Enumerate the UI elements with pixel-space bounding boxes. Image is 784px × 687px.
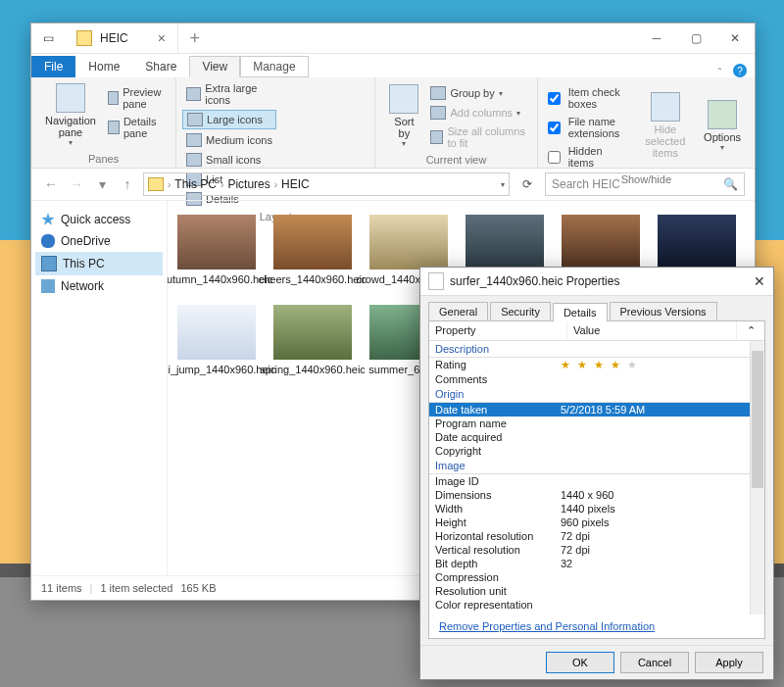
property-row[interactable]: Dimensions1440 x 960 xyxy=(429,488,764,502)
property-value xyxy=(561,585,759,597)
file-item[interactable]: autumn_1440x960.heic xyxy=(177,215,256,285)
item-check-boxes-toggle[interactable]: Item check boxes xyxy=(544,84,635,112)
sort-by-button[interactable]: Sort by▾ xyxy=(381,79,426,152)
selection-size: 165 KB xyxy=(180,582,216,594)
property-value xyxy=(561,417,759,429)
remove-properties-link[interactable]: Remove Properties and Personal Informati… xyxy=(429,614,764,638)
sidebar-item[interactable]: This PC xyxy=(35,252,163,275)
property-name: Rating xyxy=(435,359,561,371)
details-header: Property Value ⌃ xyxy=(429,321,764,341)
col-property[interactable]: Property xyxy=(429,321,567,340)
property-value: 960 pixels xyxy=(561,516,759,528)
thumbnail xyxy=(273,215,352,270)
large-icons-button[interactable]: Large icons xyxy=(182,110,276,129)
sidebar-icon xyxy=(41,279,55,293)
selection-count: 1 item selected xyxy=(100,582,172,594)
search-input[interactable]: Search HEIC🔍 xyxy=(545,172,745,196)
system-icon[interactable]: ▭ xyxy=(31,31,65,45)
tab-details[interactable]: Details xyxy=(553,303,608,321)
apply-button[interactable]: Apply xyxy=(695,652,763,673)
group-by-button[interactable]: Group by ▾ xyxy=(426,84,530,102)
dialog-close-button[interactable]: ✕ xyxy=(754,273,765,289)
size-all-columns-button[interactable]: Size all columns to fit xyxy=(426,123,530,151)
extra-large-icons-button[interactable]: Extra large icons xyxy=(182,80,284,108)
add-columns-button[interactable]: Add columns ▾ xyxy=(426,104,530,122)
file-name-extensions-toggle[interactable]: File name extensions xyxy=(544,114,635,141)
close-button[interactable]: ✕ xyxy=(715,24,755,53)
property-name: Copyright xyxy=(435,445,561,457)
property-row[interactable]: Height960 pixels xyxy=(429,515,764,529)
file-menu[interactable]: File xyxy=(31,56,75,77)
item-count: 11 items xyxy=(41,582,82,594)
collapse-ribbon-icon[interactable]: ⌃ xyxy=(716,67,723,75)
property-row[interactable]: Comments xyxy=(429,372,764,386)
property-row[interactable]: Color representation xyxy=(429,598,764,612)
file-name: cheers_1440x960.heic xyxy=(259,273,368,285)
tab-home[interactable]: Home xyxy=(75,56,132,77)
property-row[interactable]: Rating★ ★ ★ ★ ★ xyxy=(429,358,764,372)
tab-close-icon[interactable]: × xyxy=(158,30,166,46)
breadcrumb-part[interactable]: This PC xyxy=(174,177,217,191)
breadcrumb-history-icon[interactable]: ▾ xyxy=(501,180,505,189)
forward-button[interactable]: → xyxy=(67,176,86,192)
col-value[interactable]: Value xyxy=(567,321,736,340)
breadcrumb-part[interactable]: HEIC xyxy=(281,177,310,191)
scroll-up-icon[interactable]: ⌃ xyxy=(736,321,764,340)
back-button[interactable]: ← xyxy=(41,176,61,192)
tab-manage[interactable]: Manage xyxy=(240,56,308,77)
maximize-button[interactable]: ▢ xyxy=(676,24,715,53)
refresh-button[interactable]: ⟳ xyxy=(515,177,539,191)
file-item[interactable]: ski_jump_1440x960.heic xyxy=(177,305,256,375)
tab-share[interactable]: Share xyxy=(132,56,189,77)
small-icons-button[interactable]: Small icons xyxy=(182,151,274,169)
property-name: Program name xyxy=(435,417,561,429)
ok-button[interactable]: OK xyxy=(546,652,614,673)
details-pane-button[interactable]: Details pane xyxy=(104,114,170,141)
section-header: Image xyxy=(429,458,764,474)
window-tab[interactable]: HEIC × xyxy=(65,24,178,53)
property-row[interactable]: Image ID xyxy=(429,474,764,488)
property-row[interactable]: Date taken5/2/2018 5:59 AM xyxy=(429,403,764,417)
property-value: 5/2/2018 5:59 AM xyxy=(561,404,759,416)
property-row[interactable]: Date acquired xyxy=(429,430,764,444)
minimize-button[interactable]: ─ xyxy=(637,24,676,53)
property-row[interactable]: Horizontal resolution72 dpi xyxy=(429,529,764,543)
options-button[interactable]: Options▾ xyxy=(696,79,749,172)
property-row[interactable]: Compressed bits/pixel xyxy=(429,612,764,614)
property-row[interactable]: Vertical resolution72 dpi xyxy=(429,543,764,557)
recent-locations-button[interactable]: ▾ xyxy=(92,176,112,192)
property-row[interactable]: Program name xyxy=(429,417,764,430)
property-name: Height xyxy=(435,516,561,528)
property-row[interactable]: Bit depth32 xyxy=(429,557,764,570)
scrollbar[interactable] xyxy=(750,341,764,614)
breadcrumb[interactable]: › This PC › Pictures › HEIC ▾ xyxy=(143,172,510,196)
property-row[interactable]: Copyright xyxy=(429,444,764,458)
sidebar-item[interactable]: OneDrive xyxy=(35,230,163,252)
medium-icons-button[interactable]: Medium icons xyxy=(182,131,284,149)
file-item[interactable]: cheers_1440x960.heic xyxy=(273,215,352,285)
sidebar-item[interactable]: Quick access xyxy=(35,209,163,230)
tab-previous-versions[interactable]: Previous Versions xyxy=(610,302,717,320)
file-name: spring_1440x960.heic xyxy=(260,364,366,375)
file-item[interactable]: spring_1440x960.heic xyxy=(273,305,352,375)
thumbnail xyxy=(658,215,736,270)
property-row[interactable]: Compression xyxy=(429,570,764,584)
ribbon: Navigation pane▾ Preview pane Details pa… xyxy=(31,77,755,169)
tab-security[interactable]: Security xyxy=(490,302,551,320)
preview-pane-button[interactable]: Preview pane xyxy=(104,84,170,112)
cancel-button[interactable]: Cancel xyxy=(620,652,689,673)
property-name: Horizontal resolution xyxy=(435,530,561,542)
property-row[interactable]: Width1440 pixels xyxy=(429,502,764,515)
help-icon[interactable]: ? xyxy=(733,64,747,77)
tab-general[interactable]: General xyxy=(428,302,488,320)
property-row[interactable]: Resolution unit xyxy=(429,584,764,598)
hide-selected-items-button[interactable]: Hide selected items xyxy=(635,79,697,172)
breadcrumb-part[interactable]: Pictures xyxy=(227,177,270,191)
up-button[interactable]: ↑ xyxy=(118,176,137,192)
sidebar-item[interactable]: Network xyxy=(35,275,163,297)
new-tab-button[interactable]: + xyxy=(178,28,212,49)
navigation-pane-button[interactable]: Navigation pane▾ xyxy=(37,79,104,151)
hidden-items-toggle[interactable]: Hidden items xyxy=(544,143,635,171)
tab-view[interactable]: View xyxy=(189,56,240,77)
scroll-handle[interactable] xyxy=(752,351,763,488)
